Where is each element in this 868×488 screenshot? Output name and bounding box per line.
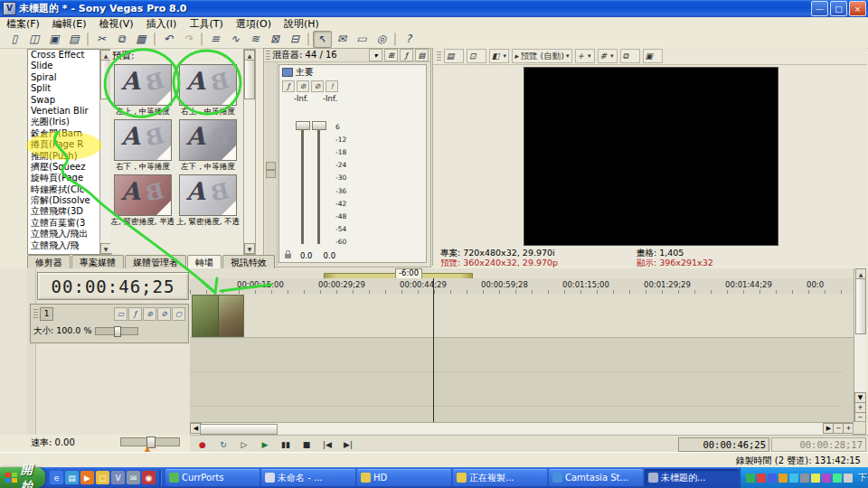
transition-list-item[interactable]: 捲頁(Page R [28, 139, 99, 150]
mail-quicklaunch-icon[interactable]: ✉ [127, 471, 140, 484]
tray-icon[interactable] [822, 474, 831, 483]
play-from-start-button[interactable]: ▷ [234, 436, 254, 452]
zoom-edit-tool-icon[interactable]: ◎ [373, 31, 392, 48]
transition-list-item[interactable]: Swap [28, 95, 99, 106]
open-project-icon[interactable]: ◫ [25, 31, 44, 48]
time-ruler[interactable]: 00:00:15:0000:00:29;2900:00:44;2900:00:5… [190, 278, 854, 295]
new-project-icon[interactable]: ▯ [5, 31, 24, 48]
scrollbar-thumb[interactable] [200, 424, 278, 435]
track-motion-icon[interactable]: ▭ [114, 307, 127, 321]
bus-automation-icon[interactable]: ⊛ [297, 80, 309, 92]
video-clip-event[interactable] [192, 295, 244, 337]
copy-frame-icon[interactable]: ⧉ [620, 49, 640, 63]
go-to-start-button[interactable]: |◀ [317, 436, 337, 452]
automation-icon[interactable]: ⊛ [143, 307, 156, 321]
menu-item[interactable]: 說明(H) [278, 17, 326, 31]
task-camtasia[interactable]: Camtasia St... [549, 469, 643, 486]
normal-edit-tool-icon[interactable]: ↖ [313, 31, 332, 48]
scrollbar-thumb[interactable] [855, 278, 866, 334]
pause-button[interactable]: ▮▮ [276, 436, 296, 452]
track-area[interactable] [190, 294, 854, 423]
fader-track[interactable] [301, 125, 304, 244]
fader-handle[interactable] [312, 121, 326, 130]
undo-icon[interactable]: ↶ [159, 31, 178, 48]
save-project-icon[interactable]: ▣ [45, 31, 64, 48]
transition-list-item[interactable]: 立體飛入/飛出 [28, 229, 99, 239]
task-hd-folder[interactable]: HD [357, 469, 451, 486]
transition-list-item[interactable]: 時鐘擦拭(Clc [28, 184, 99, 195]
record-button[interactable]: ● [193, 436, 212, 452]
transition-list-item[interactable]: 穀倉門(Barn [28, 128, 99, 139]
video-track-lane[interactable] [190, 294, 854, 338]
tray-icon[interactable] [811, 474, 820, 483]
split-screen-view-icon[interactable]: ◧▾ [489, 49, 509, 63]
snapping-icon[interactable]: ≡ [206, 31, 225, 48]
tray-icon[interactable] [757, 474, 766, 483]
scroll-down-icon[interactable]: ▼ [244, 243, 255, 254]
task-copying[interactable]: 正在複製... [453, 469, 547, 486]
show-desktop-icon[interactable]: ▤ [65, 471, 79, 484]
transition-list-item[interactable]: 推開(Push) [28, 151, 99, 162]
track-fx-icon[interactable]: ƒ [128, 307, 142, 321]
play-button[interactable]: ▶ [255, 436, 275, 452]
toolbar-separator[interactable] [394, 33, 396, 46]
start-button[interactable]: 開始 [0, 467, 45, 488]
bus-mute-icon[interactable]: ⊘ [311, 80, 324, 92]
mixer-view-icon[interactable]: ▤ [415, 49, 429, 61]
tray-icon[interactable] [768, 474, 777, 483]
redo-icon[interactable]: ↷ [179, 31, 198, 48]
preset-item[interactable]: A B 右上，中等捲度 [175, 62, 241, 116]
paste-icon[interactable]: ▦ [132, 31, 151, 48]
close-button[interactable]: × [849, 1, 866, 16]
preview-quality-button[interactable]: ▸預覽 (自動)▾ [512, 49, 571, 63]
transition-list-item[interactable]: Cross Effect [28, 50, 99, 61]
task-vegas[interactable]: 未標題的... [645, 469, 739, 486]
insert-bus-icon[interactable]: ⊞ [384, 49, 398, 61]
drag-grip-icon[interactable] [266, 51, 270, 60]
folder-quicklaunch-icon[interactable]: ▢ [96, 471, 109, 484]
toolbar-separator[interactable] [154, 33, 156, 46]
transition-list-item[interactable]: 溶解(Dissolve [28, 195, 99, 206]
presets-scrollbar[interactable]: ▲ ▼ [243, 49, 256, 255]
safe-area-grid-icon[interactable]: #▾ [598, 49, 618, 63]
tab-transitions[interactable]: 轉場 [187, 255, 222, 268]
splitter-handle[interactable] [266, 162, 276, 170]
menu-item[interactable]: 檢視(V) [92, 17, 139, 31]
save-frame-icon[interactable]: ▣ [643, 49, 663, 63]
cut-icon[interactable]: ✂ [92, 31, 111, 48]
toolbar-separator[interactable] [201, 33, 203, 46]
task-untitled-doc[interactable]: 未命名 - ... [261, 469, 355, 486]
tab-project-media[interactable]: 專案媒體 [71, 255, 124, 268]
scrollbar-thumb[interactable] [244, 60, 255, 99]
browser-quicklaunch-icon[interactable]: ◉ [142, 471, 156, 484]
transition-list-item[interactable]: 光圈(Iris) [28, 117, 99, 127]
bus-solo-icon[interactable]: ! [326, 80, 338, 92]
stop-button[interactable]: ■ [297, 436, 316, 452]
go-to-end-button[interactable]: ▶| [338, 436, 358, 452]
fader-track[interactable] [317, 125, 320, 244]
fader-handle[interactable] [296, 121, 310, 130]
ignore-grouping-icon[interactable]: ⊟ [286, 31, 305, 48]
taskbar-clock[interactable]: 下午 12:01 [858, 472, 868, 484]
vegas-quicklaunch-icon[interactable]: V [111, 471, 125, 484]
menu-item[interactable]: 工具(T) [183, 17, 229, 31]
copy-icon[interactable]: ⧉ [112, 31, 131, 48]
external-monitor-icon[interactable]: ⊡ [467, 49, 486, 63]
tray-icon[interactable] [746, 474, 755, 483]
transition-list-item[interactable]: Slide [28, 61, 99, 71]
tray-icon[interactable] [778, 474, 788, 483]
mute-icon[interactable]: ⊘ [157, 307, 171, 321]
menu-item[interactable]: 選項(O) [230, 17, 278, 31]
lock-envelopes-icon[interactable]: ⊠ [266, 31, 285, 48]
mixer-downmix-icon[interactable]: ▾ [369, 49, 382, 61]
horizontal-scrollbar[interactable]: ◀ ▶ − + [190, 422, 854, 435]
preset-item[interactable]: A B 右下，中等捲度 [110, 117, 175, 171]
auto-crossfade-icon[interactable]: ∿ [226, 31, 245, 48]
bus-fx-icon[interactable]: ƒ [282, 80, 295, 92]
overlays-icon[interactable]: +▾ [575, 49, 595, 63]
preset-item[interactable]: A B 左, 緊密捲度, 半透 [110, 173, 175, 226]
minimize-button[interactable]: — [811, 1, 828, 16]
transition-list-item[interactable]: 旋轉頁(Page [28, 173, 99, 183]
lock-faders-icon[interactable] [285, 254, 291, 258]
transition-list-item[interactable]: Spiral [28, 72, 99, 83]
